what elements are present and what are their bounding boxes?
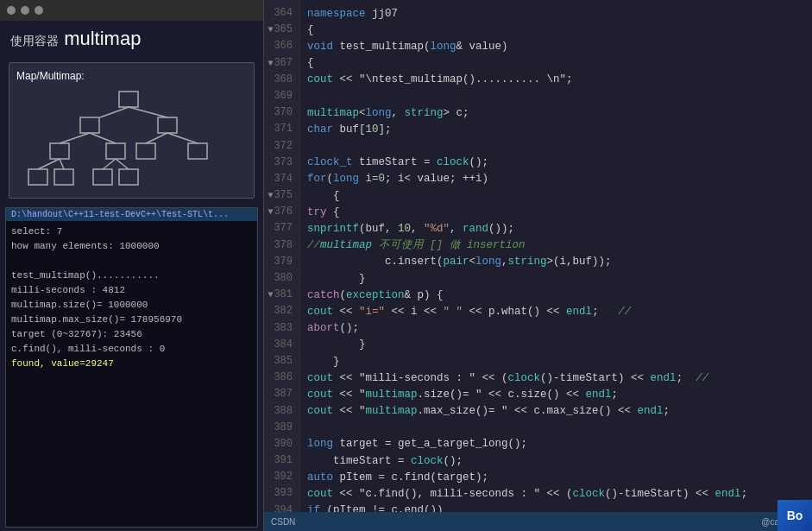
code-line: if (pItem != c.end())	[307, 503, 805, 512]
code-line: cout << "milli-seconds : " << (clock()-t…	[307, 370, 805, 386]
code-line: snprintf(buf, 10, "%d", rand());	[307, 220, 805, 237]
tree-diagram-area: Map/Multimap:	[9, 62, 255, 199]
console-titlebar: D:\handout\C++11-test-DevC++\Test-STL\t.…	[6, 208, 257, 221]
svg-line-11	[146, 133, 167, 143]
code-line: {	[307, 22, 805, 38]
line-number: 392	[264, 469, 299, 485]
svg-line-19	[103, 159, 116, 169]
code-content: namespace jj07{void test_multimap(long& …	[300, 0, 812, 512]
code-line: clock_t timeStart = clock();	[307, 155, 805, 171]
console-line-5: milli-seconds : 4812	[11, 283, 252, 298]
line-number: 364	[264, 5, 299, 22]
line-number: 370	[264, 104, 299, 121]
code-line: }	[307, 270, 805, 287]
line-numbers: 364▼365366▼367368369370371372373374▼375▼…	[264, 0, 300, 512]
line-number: 372	[264, 138, 299, 155]
line-number: 393	[264, 485, 299, 502]
line-number: 366	[264, 38, 299, 54]
code-line: }	[307, 337, 805, 353]
code-line: namespace jj07	[307, 5, 805, 22]
bottom-left: CSDN	[271, 517, 295, 527]
line-number: ▼365	[264, 22, 299, 38]
line-number: 377	[264, 220, 299, 237]
svg-line-17	[38, 159, 60, 169]
code-line: cout << "multimap.max_size()= " << c.max…	[307, 403, 805, 420]
svg-line-20	[116, 159, 129, 169]
watermark-text: Bo	[787, 509, 803, 522]
svg-rect-2	[158, 117, 177, 133]
console-line-1: select: 7	[11, 224, 252, 239]
line-number: 368	[264, 72, 299, 88]
console-line-3	[11, 254, 252, 269]
title-cn: 使用容器	[10, 34, 59, 47]
left-panel: 使用容器 multimap Map/Multimap:	[0, 0, 263, 531]
svg-line-3	[100, 107, 129, 117]
code-line	[307, 88, 805, 104]
console-line-10: found, value=29247	[11, 357, 252, 371]
line-number: ▼367	[264, 55, 299, 72]
svg-line-10	[90, 133, 116, 143]
console-area: D:\handout\C++11-test-DevC++\Test-STL\t.…	[5, 207, 258, 528]
code-line: long target = get_a_target_long();	[307, 436, 805, 452]
svg-rect-15	[93, 169, 112, 185]
line-number: 384	[264, 337, 299, 353]
code-line: timeStart = clock();	[307, 452, 805, 469]
code-line	[307, 420, 805, 436]
line-number: 378	[264, 237, 299, 254]
line-number: 391	[264, 452, 299, 469]
console-line-6: multimap.size()= 1000000	[11, 298, 252, 313]
line-number: 380	[264, 270, 299, 287]
code-line: cout << "i=" << i << " " << p.what() << …	[307, 303, 805, 319]
code-line: c.insert(pair<long,string>(i,buf));	[307, 254, 805, 270]
watermark: Bo	[777, 500, 812, 531]
line-number: 383	[264, 320, 299, 337]
code-line: multimap<long, string> c;	[307, 104, 805, 121]
line-number: 371	[264, 121, 299, 137]
line-number: 390	[264, 436, 299, 452]
svg-rect-5	[50, 143, 69, 159]
code-line	[307, 138, 805, 155]
code-line: {	[307, 187, 805, 204]
code-line: }	[307, 353, 805, 370]
code-line: cout << "\ntest_multimap().......... \n"…	[307, 72, 805, 88]
code-line: //multimap 不可使用 [] 做 insertion	[307, 237, 805, 254]
svg-line-18	[60, 159, 64, 169]
svg-rect-7	[136, 143, 155, 159]
code-line: catch(exception& p) {	[307, 287, 805, 303]
svg-line-12	[167, 133, 198, 143]
dot-1	[7, 6, 16, 15]
console-body: select: 7 how many elements: 1000000 tes…	[6, 221, 257, 375]
code-line: for(long i=0; i< value; ++i)	[307, 171, 805, 187]
line-number: ▼381	[264, 287, 299, 303]
dot-2	[21, 6, 29, 15]
svg-rect-14	[54, 169, 73, 185]
tree-label: Map/Multimap:	[16, 70, 247, 82]
line-number: 373	[264, 155, 299, 171]
line-number: 388	[264, 403, 299, 420]
code-line: auto pItem = c.find(target);	[307, 469, 805, 485]
title-en: multimap	[64, 28, 141, 49]
svg-rect-16	[119, 169, 138, 185]
line-number: 382	[264, 303, 299, 319]
console-line-7: multimap.max_size()= 178956970	[11, 313, 252, 327]
console-line-2: how many elements: 1000000	[11, 239, 252, 254]
code-line: abort();	[307, 320, 805, 337]
code-line: {	[307, 55, 805, 72]
line-number: ▼375	[264, 187, 299, 204]
line-number: 385	[264, 353, 299, 370]
svg-rect-0	[119, 92, 138, 107]
dot-3	[35, 6, 43, 15]
code-line: void test_multimap(long& value)	[307, 38, 805, 54]
console-line-4: test_multimap()...........	[11, 269, 252, 283]
header-area: 使用容器 multimap	[0, 21, 263, 57]
code-line: cout << "c.find(), milli-seconds : " << …	[307, 485, 805, 502]
svg-rect-1	[80, 117, 99, 133]
console-line-9: c.find(), milli-seconds : 0	[11, 342, 252, 357]
code-line: char buf[10];	[307, 121, 805, 137]
line-number: 369	[264, 88, 299, 104]
page-title: 使用容器 multimap	[10, 28, 253, 50]
line-number: 387	[264, 386, 299, 402]
line-number: 394	[264, 503, 299, 512]
line-number: 379	[264, 254, 299, 270]
tree-svg	[24, 87, 240, 191]
